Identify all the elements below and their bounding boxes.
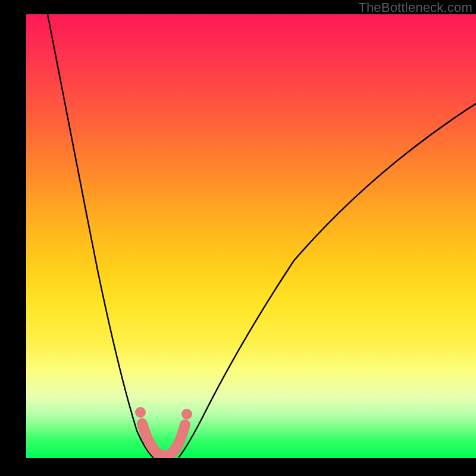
- chart-plot-area: [26, 14, 476, 458]
- chart-frame: TheBottleneck.com: [0, 0, 476, 476]
- credit-text: TheBottleneck.com: [358, 0, 472, 15]
- accent-dot-left: [135, 407, 146, 418]
- chart-svg: [26, 14, 476, 458]
- curve-right-branch: [178, 104, 476, 458]
- accent-u-shape: [142, 424, 185, 455]
- accent-dot-right: [181, 409, 192, 419]
- curve-left-branch: [48, 14, 154, 458]
